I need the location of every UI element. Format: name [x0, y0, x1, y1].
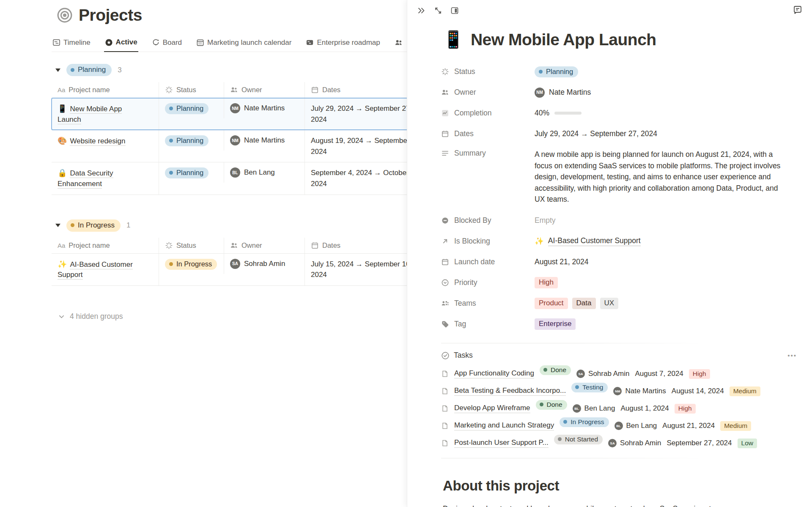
project-name-cell[interactable]: 📱New Mobile App Launch — [52, 98, 159, 130]
panel-page-title[interactable]: New Mobile App Launch — [471, 30, 656, 49]
task-row[interactable]: Beta Testing & Feedback Incorpo... Testi… — [441, 383, 812, 400]
property-label: Summary — [454, 149, 486, 158]
dates-cell[interactable]: July 15, 2024 → September 10, 2024 — [304, 254, 407, 285]
property-row-priority[interactable]: Priority High — [441, 272, 812, 293]
owner-name: Nate Martins — [549, 88, 591, 97]
column-label: Dates — [322, 241, 340, 249]
column-header-status[interactable]: Status — [159, 238, 224, 253]
property-row-owner[interactable]: Owner NM Nate Martins — [441, 82, 812, 103]
dates-cell[interactable]: September 4, 2024 → October 4, 2024 — [304, 162, 407, 194]
column-header-owner[interactable]: Owner — [224, 82, 304, 98]
group-header-planning[interactable]: Planning 3 — [55, 64, 407, 76]
task-name[interactable]: Post-launch User Support P... — [454, 438, 549, 448]
property-row-teams[interactable]: Teams Product Data UX — [441, 293, 812, 314]
page-icon — [441, 405, 449, 412]
tasks-title[interactable]: Tasks — [454, 351, 473, 360]
dates-cell[interactable]: August 19, 2024 → September 6, 2024 — [304, 130, 407, 162]
status-cell[interactable]: In Progress — [159, 254, 224, 285]
column-header-project-name[interactable]: Aa Project name — [52, 82, 159, 98]
about-heading: About this project — [443, 478, 812, 494]
project-name-cell[interactable]: 🎨Website redesign — [52, 130, 159, 162]
task-name[interactable]: Develop App Wireframe — [454, 404, 530, 413]
group-count: 3 — [118, 66, 121, 74]
timeline-view-icon — [52, 38, 60, 47]
column-header-status[interactable]: Status — [159, 82, 224, 98]
column-header-owner[interactable]: Owner — [224, 238, 304, 253]
column-label: Owner — [241, 241, 262, 249]
project-name[interactable]: New Mobile App Launch — [58, 105, 122, 124]
avatar: NM — [230, 103, 240, 113]
property-label: Owner — [454, 88, 476, 97]
task-name[interactable]: Beta Testing & Feedback Incorpo... — [454, 386, 566, 396]
collapse-triangle-icon[interactable] — [55, 224, 60, 227]
comments-icon[interactable] — [793, 5, 803, 15]
property-row-is-blocking[interactable]: Is Blocking ✨ AI-Based Customer Support — [441, 231, 812, 252]
tab-partial[interactable] — [394, 36, 403, 51]
projects-table-planning: Aa Project name Status Owne — [52, 82, 407, 195]
people-view-icon — [395, 38, 403, 47]
task-owner: Ben Lang — [626, 422, 657, 430]
more-options-icon[interactable]: ••• — [787, 352, 797, 359]
task-date: September 27, 2024 — [667, 439, 732, 447]
property-row-blocked-by[interactable]: Blocked By Empty — [441, 210, 812, 231]
column-header-dates[interactable]: Dates — [304, 82, 407, 98]
property-row-launch-date[interactable]: Launch date August 21, 2024 — [441, 252, 812, 272]
project-name[interactable]: Website redesign — [70, 137, 125, 146]
hidden-groups-toggle[interactable]: 4 hidden groups — [58, 312, 407, 321]
column-header-project-name[interactable]: Aa Project name — [52, 238, 159, 253]
task-row[interactable]: Marketing and Launch Strategy In Progres… — [441, 417, 812, 435]
task-name[interactable]: App Functionality Coding — [454, 369, 534, 378]
expand-page-icon[interactable] — [433, 6, 443, 15]
owner-cell[interactable]: NM Nate Martins — [224, 98, 304, 118]
person-property-icon — [230, 241, 238, 249]
table-row[interactable]: 📱New Mobile App Launch Planning NM Nate … — [52, 98, 407, 130]
close-peek-icon[interactable] — [417, 6, 426, 15]
tab-board[interactable]: Board — [151, 36, 183, 52]
tab-enterprise-roadmap[interactable]: Enterprise roadmap — [305, 36, 381, 52]
property-row-completion[interactable]: Completion 40% — [441, 103, 812, 123]
chevron-down-icon — [58, 313, 65, 320]
dates-cell[interactable]: July 29, 2024 → September 27, 2024 — [304, 98, 407, 130]
property-row-summary[interactable]: Summary A new mobile app is being planne… — [441, 144, 812, 205]
project-name[interactable]: AI-Based Customer Support — [58, 260, 133, 280]
about-paragraph: Design, develop, test, and launch a new … — [443, 503, 777, 507]
team-tag: Data — [572, 298, 596, 309]
calendar-property-icon — [441, 130, 449, 138]
task-date: August 21, 2024 — [662, 422, 715, 430]
owner-cell[interactable]: SA Sohrab Amin — [224, 254, 304, 274]
table-row[interactable]: 🎨Website redesign Planning NM Nate Marti… — [52, 130, 407, 162]
tab-timeline[interactable]: Timeline — [52, 36, 91, 52]
task-row[interactable]: Post-launch User Support P... Not Starte… — [441, 435, 812, 452]
mobile-phone-icon: 📱 — [58, 104, 67, 113]
task-priority-tag: High — [675, 404, 696, 414]
view-tabbar: Timeline Active Board Marketing — [52, 36, 407, 52]
group-header-in-progress[interactable]: In Progress 1 — [55, 219, 407, 232]
collapse-triangle-icon[interactable] — [55, 69, 60, 72]
page-icon — [441, 439, 449, 447]
task-row[interactable]: App Functionality Coding Done SA Sohrab … — [441, 365, 812, 383]
property-row-dates[interactable]: Dates July 29, 2024 → September 27, 2024 — [441, 123, 812, 144]
status-pill: Planning — [176, 104, 203, 112]
task-date: August 1, 2024 — [620, 404, 669, 413]
property-row-tag[interactable]: Tag Enterprise — [441, 314, 812, 334]
table-row[interactable]: ✨AI-Based Customer Support In Progress S… — [52, 254, 407, 286]
status-cell[interactable]: Planning — [159, 162, 224, 194]
task-name[interactable]: Marketing and Launch Strategy — [454, 421, 554, 430]
relation-link[interactable]: AI-Based Customer Support — [548, 236, 641, 246]
column-header-dates[interactable]: Dates — [304, 238, 407, 253]
project-name-cell[interactable]: 🔒Data Security Enhancement — [52, 162, 159, 194]
side-peek-icon[interactable] — [450, 6, 459, 15]
table-row[interactable]: 🔒Data Security Enhancement Planning BL B… — [52, 162, 407, 195]
tab-active[interactable]: Active — [104, 36, 138, 52]
summary-value: A new mobile app is being planned for la… — [535, 149, 784, 205]
tab-marketing-launch-calendar[interactable]: Marketing launch calendar — [195, 36, 292, 52]
status-cell[interactable]: Planning — [159, 98, 224, 130]
task-row[interactable]: Develop App Wireframe Done BL Ben Lang A… — [441, 400, 812, 417]
project-name-cell[interactable]: ✨AI-Based Customer Support — [52, 254, 159, 285]
status-cell[interactable]: Planning — [159, 130, 224, 162]
owner-cell[interactable]: BL Ben Lang — [224, 162, 304, 183]
owner-cell[interactable]: NM Nate Martins — [224, 130, 304, 151]
blocked-icon — [441, 217, 449, 225]
avatar: BL — [230, 167, 240, 178]
property-row-status[interactable]: Status Planning — [441, 61, 812, 82]
